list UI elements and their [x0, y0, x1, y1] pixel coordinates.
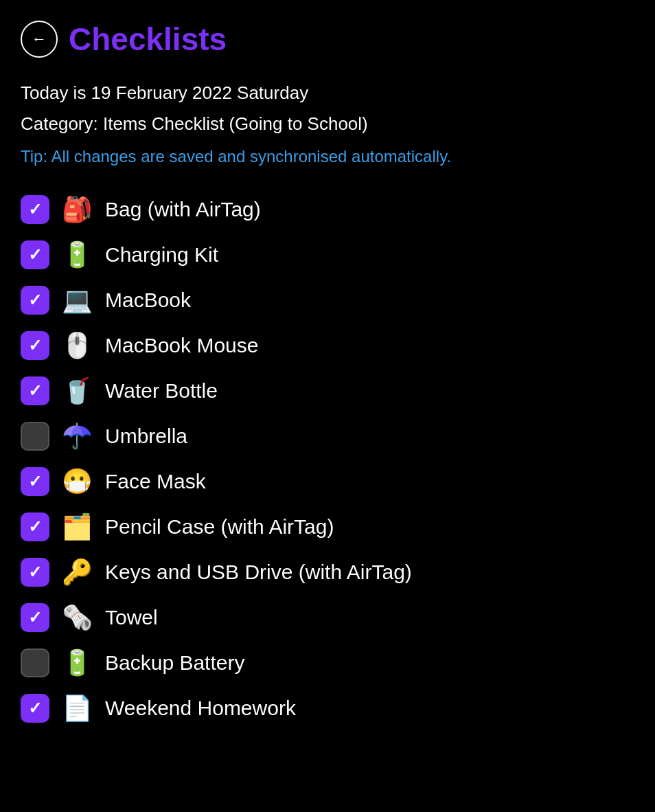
checkbox[interactable]: ✓	[21, 467, 49, 496]
checkbox[interactable]: ✓	[21, 331, 49, 360]
checkbox[interactable]: ✓	[21, 558, 49, 587]
list-item[interactable]: ✓💻MacBook	[21, 278, 634, 323]
item-emoji: ☂️	[62, 422, 93, 451]
checkmark-icon: ✓	[28, 517, 42, 537]
item-label: Backup Battery	[105, 651, 244, 675]
item-label: Keys and USB Drive (with AirTag)	[105, 561, 412, 584]
item-emoji: 🥤	[62, 376, 93, 405]
checkbox[interactable]: ✓	[21, 240, 49, 269]
list-item[interactable]: ✓🗞️Towel	[21, 595, 634, 640]
checkbox[interactable]: ✓	[21, 376, 49, 405]
item-label: Face Mask	[105, 470, 206, 493]
list-item[interactable]: 🔋Backup Battery	[21, 640, 634, 686]
item-emoji: 💻	[62, 286, 93, 315]
checkmark-icon: ✓	[28, 291, 42, 310]
checklist: ✓🎒Bag (with AirTag)✓🔋Charging Kit✓💻MacBo…	[21, 187, 634, 731]
checkbox[interactable]: ✓	[21, 286, 49, 315]
checkmark-icon: ✓	[28, 472, 42, 491]
checkbox[interactable]: ✓	[21, 195, 49, 224]
date-line: Today is 19 February 2022 Saturday	[21, 82, 634, 104]
item-emoji: 📄	[62, 694, 93, 723]
item-emoji: 🔋	[62, 649, 93, 677]
item-label: Weekend Homework	[105, 697, 296, 720]
back-button[interactable]: ←	[21, 21, 58, 58]
header: ← Checklists	[21, 21, 634, 58]
item-label: MacBook Mouse	[105, 334, 258, 357]
category-line: Category: Items Checklist (Going to Scho…	[21, 113, 634, 135]
list-item[interactable]: ✓🎒Bag (with AirTag)	[21, 187, 634, 232]
list-item[interactable]: ✓😷Face Mask	[21, 459, 634, 504]
info-section: Today is 19 February 2022 Saturday Categ…	[21, 82, 634, 166]
item-label: Bag (with AirTag)	[105, 198, 261, 221]
item-label: Water Bottle	[105, 379, 218, 403]
checkbox[interactable]	[21, 649, 49, 677]
list-item[interactable]: ✓🥤Water Bottle	[21, 368, 634, 414]
checkmark-icon: ✓	[28, 381, 42, 401]
list-item[interactable]: ✓🔋Charging Kit	[21, 232, 634, 278]
page-title: Checklists	[69, 21, 227, 58]
list-item[interactable]: ☂️Umbrella	[21, 414, 634, 459]
list-item[interactable]: ✓🗂️Pencil Case (with AirTag)	[21, 504, 634, 550]
list-item[interactable]: ✓🔑Keys and USB Drive (with AirTag)	[21, 550, 634, 595]
item-label: Towel	[105, 606, 158, 629]
item-emoji: 😷	[62, 467, 93, 496]
tip-line: Tip: All changes are saved and synchroni…	[21, 147, 634, 166]
item-emoji: 🗂️	[62, 512, 93, 541]
item-emoji: 🎒	[62, 195, 93, 224]
item-emoji: 🔑	[62, 558, 93, 587]
checkmark-icon: ✓	[28, 200, 42, 219]
checkbox[interactable]: ✓	[21, 603, 49, 632]
checkbox[interactable]	[21, 422, 49, 451]
checkmark-icon: ✓	[28, 336, 42, 355]
item-label: MacBook	[105, 289, 191, 312]
checkmark-icon: ✓	[28, 563, 42, 582]
list-item[interactable]: ✓🖱️MacBook Mouse	[21, 323, 634, 368]
item-label: Pencil Case (with AirTag)	[105, 515, 334, 539]
item-emoji: 🔋	[62, 240, 93, 269]
checkmark-icon: ✓	[28, 245, 42, 264]
item-label: Umbrella	[105, 425, 187, 448]
checkbox[interactable]: ✓	[21, 512, 49, 541]
back-arrow-icon: ←	[32, 32, 47, 47]
item-label: Charging Kit	[105, 243, 218, 267]
item-emoji: 🗞️	[62, 603, 93, 632]
list-item[interactable]: ✓📄Weekend Homework	[21, 686, 634, 731]
item-emoji: 🖱️	[62, 331, 93, 360]
checkmark-icon: ✓	[28, 699, 42, 718]
checkmark-icon: ✓	[28, 608, 42, 627]
checkbox[interactable]: ✓	[21, 694, 49, 723]
